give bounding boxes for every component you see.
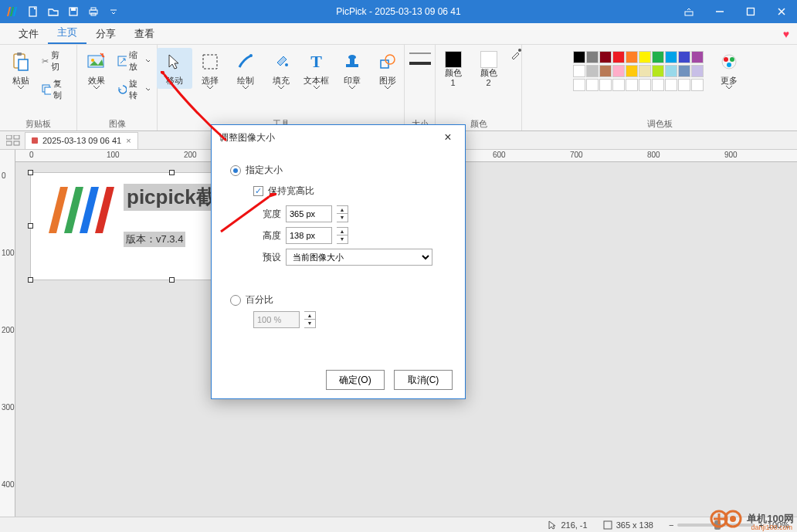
palette-swatch[interactable]	[652, 51, 664, 63]
qat-dropdown[interactable]	[103, 0, 124, 23]
height-spinner[interactable]: ▲▼	[337, 227, 348, 244]
percent-input[interactable]	[253, 311, 300, 328]
svg-rect-11	[19, 59, 28, 70]
palette-swatch[interactable]	[691, 79, 704, 91]
svg-rect-23	[381, 60, 388, 68]
width-spinner[interactable]: ▲▼	[337, 205, 348, 222]
palette-swatch[interactable]	[691, 65, 704, 77]
percent-spinner[interactable]: ▲▼	[304, 311, 316, 328]
palette-swatch[interactable]	[573, 51, 585, 63]
zoom-out-button[interactable]: −	[669, 520, 673, 530]
maximize-button[interactable]	[735, 0, 766, 23]
window-controls	[673, 0, 797, 23]
menu-bar: 文件 主页 分享 查看 ♥	[0, 23, 797, 45]
preset-select[interactable]: 当前图像大小	[286, 249, 432, 266]
tab-share[interactable]: 分享	[86, 24, 125, 44]
panel-palette: 更多 调色板	[522, 45, 797, 130]
palette-swatch[interactable]	[599, 51, 612, 63]
palette-swatch[interactable]	[652, 65, 664, 77]
palette-swatch[interactable]	[626, 51, 638, 63]
window-title: PicPick - 2025-03-13 09 06 41	[124, 6, 673, 17]
dialog-title-bar[interactable]: 调整图像大小 ×	[212, 125, 465, 150]
palette-swatch[interactable]	[665, 79, 677, 91]
line-thin-icon[interactable]	[409, 51, 431, 56]
open-file-button[interactable]	[43, 0, 63, 23]
preset-label: 预设	[253, 251, 281, 264]
cancel-button[interactable]: 取消(C)	[394, 370, 453, 390]
palette-swatch[interactable]	[612, 51, 625, 63]
height-input[interactable]	[286, 227, 332, 244]
dropper-icon[interactable]	[510, 48, 522, 60]
copy-button[interactable]: 复制	[38, 76, 71, 103]
palette-swatch[interactable]	[678, 65, 690, 77]
stamp-tool[interactable]: 印章	[334, 48, 370, 93]
palette-swatch[interactable]	[665, 51, 677, 63]
height-label: 高度	[253, 229, 281, 242]
tab-view[interactable]: 查看	[125, 24, 164, 44]
palette-swatch[interactable]	[586, 79, 599, 91]
palette-swatch[interactable]	[573, 79, 585, 91]
palette-swatch[interactable]	[691, 51, 704, 63]
svg-rect-8	[748, 8, 755, 15]
checkbox-checked-icon: ✓	[253, 186, 263, 196]
rotate-button[interactable]: 旋转	[114, 76, 154, 103]
palette-swatch[interactable]	[652, 79, 664, 91]
copy-icon	[42, 84, 51, 95]
watermark-logo-icon	[710, 507, 744, 530]
vertical-ruler: 0 100 200 300 400	[0, 150, 15, 517]
palette-swatch[interactable]	[626, 79, 638, 91]
palette-swatch[interactable]	[678, 79, 690, 91]
paste-button[interactable]: 粘贴	[5, 48, 36, 93]
palette-swatch[interactable]	[599, 79, 612, 91]
palette-swatch[interactable]	[612, 79, 625, 91]
palette-swatch[interactable]	[586, 51, 599, 63]
palette-swatch[interactable]	[599, 65, 612, 77]
favorite-icon[interactable]: ♥	[783, 28, 789, 40]
thumbnails-button[interactable]	[5, 134, 22, 147]
print-button[interactable]	[83, 0, 103, 23]
move-tool[interactable]: 移动	[157, 48, 192, 89]
width-input[interactable]	[286, 205, 332, 222]
radio-percent[interactable]: 百分比	[230, 293, 446, 307]
dialog-close-button[interactable]: ×	[439, 130, 457, 144]
palette-swatch[interactable]	[612, 65, 625, 77]
minimize-button[interactable]	[704, 0, 735, 23]
cut-button[interactable]: ✂ 剪切	[38, 48, 71, 74]
color2-swatch	[480, 51, 497, 68]
ribbon: 粘贴 ✂ 剪切 复制 剪贴板 效果 缩放 旋转 图像	[0, 45, 797, 131]
palette-swatch[interactable]	[586, 65, 599, 77]
tab-home[interactable]: 主页	[48, 22, 86, 44]
draw-tool[interactable]: 绘制	[228, 48, 263, 93]
palette-swatch[interactable]	[573, 65, 585, 77]
document-tab[interactable]: 2025-03-13 09 06 41 ×	[25, 132, 138, 149]
ok-button[interactable]: 确定(O)	[326, 370, 385, 390]
svg-point-19	[285, 63, 288, 66]
scale-button[interactable]: 缩放	[114, 48, 154, 74]
close-button[interactable]	[766, 0, 797, 23]
tab-file[interactable]: 文件	[9, 24, 48, 44]
effect-button[interactable]: 效果	[80, 48, 112, 93]
svg-point-15	[91, 59, 94, 62]
checkbox-keep-ratio[interactable]: ✓保持宽高比	[253, 185, 446, 198]
svg-rect-2	[71, 8, 76, 11]
shapes-tool[interactable]: 图形	[370, 48, 405, 93]
palette-swatch[interactable]	[639, 65, 651, 77]
palette-swatch[interactable]	[639, 79, 651, 91]
palette-swatch[interactable]	[626, 65, 638, 77]
radio-specify-size[interactable]: 指定大小	[230, 164, 446, 177]
fill-tool[interactable]: 填充	[263, 48, 299, 93]
line-thick-icon[interactable]	[409, 60, 431, 66]
palette-swatch[interactable]	[639, 51, 651, 63]
save-button[interactable]	[63, 0, 83, 23]
palette-swatch[interactable]	[665, 65, 677, 77]
select-tool[interactable]: 选择	[192, 48, 228, 93]
color2-button[interactable]: 颜色 2	[471, 48, 507, 91]
new-file-button[interactable]	[23, 0, 43, 23]
compact-ribbon-button[interactable]	[673, 0, 704, 23]
text-tool[interactable]: T文本框	[299, 48, 334, 93]
more-colors-button[interactable]: 更多	[711, 48, 747, 93]
status-bar: 216, -1 365 x 138 − + 100%	[0, 517, 797, 532]
close-tab-button[interactable]: ×	[126, 136, 131, 145]
color1-button[interactable]: 颜色 1	[436, 48, 471, 91]
palette-swatch[interactable]	[678, 51, 690, 63]
